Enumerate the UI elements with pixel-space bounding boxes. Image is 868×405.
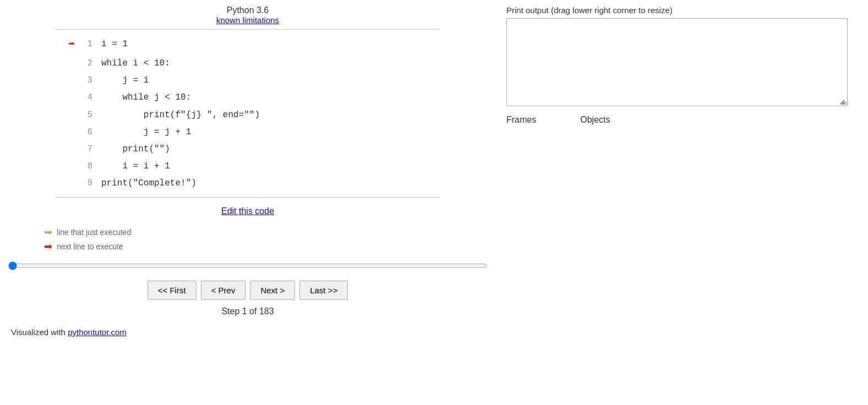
line-num-4: 4 (77, 90, 92, 105)
visualized-with: Visualized with pythontutor.com (11, 327, 127, 337)
legend-green-label: line that just executed (57, 228, 131, 237)
frames-label: Frames (506, 115, 536, 125)
code-container: ➡ 1 i = 1 2 while i < 10: 3 j = i 4 (55, 29, 440, 198)
line-num-7: 7 (77, 142, 92, 157)
line-num-6: 6 (77, 125, 92, 140)
green-arrow-legend-icon: ➡ (44, 226, 52, 238)
next-button[interactable]: Next > (250, 281, 295, 300)
arrow-col-1: ➡ (55, 35, 75, 54)
step-info: Step 1 of 183 (221, 307, 274, 316)
line-num-1: 1 (77, 37, 92, 52)
red-arrow-icon: ➡ (68, 35, 75, 54)
left-panel: Python 3.6 known limitations ➡ 1 i = 1 2… (0, 0, 495, 405)
line-num-2: 2 (77, 56, 92, 71)
legend-red-label: next line to execute (57, 242, 123, 251)
main-layout: Python 3.6 known limitations ➡ 1 i = 1 2… (0, 0, 868, 405)
code-line-4: 4 while j < 10: (55, 89, 440, 106)
step-slider-container (8, 261, 487, 272)
print-output-box: ◢ (506, 18, 848, 106)
first-button[interactable]: << First (148, 281, 196, 300)
resize-handle-icon[interactable]: ◢ (839, 98, 846, 105)
code-text-7: print("") (101, 142, 170, 157)
line-num-8: 8 (77, 159, 92, 174)
code-text-1: i = 1 (101, 37, 128, 52)
right-panel: Print output (drag lower right corner to… (495, 0, 868, 405)
code-text-4: while j < 10: (101, 90, 191, 105)
line-num-5: 5 (77, 108, 92, 123)
nav-buttons: << First < Prev Next > Last >> (148, 281, 348, 300)
code-line-8: 8 i = i + 1 (55, 158, 440, 175)
print-output-label: Print output (drag lower right corner to… (506, 6, 857, 15)
code-text-9: print("Complete!") (101, 176, 196, 191)
line-num-9: 9 (77, 176, 92, 191)
code-line-5: 5 print(f"{j} ", end="") (55, 107, 440, 124)
prev-button[interactable]: < Prev (201, 281, 246, 300)
code-line-1: ➡ 1 i = 1 (55, 34, 440, 55)
red-arrow-legend-icon: ➡ (44, 240, 52, 253)
code-line-3: 3 j = i (55, 72, 440, 89)
line-num-3: 3 (77, 73, 92, 88)
code-line-6: 6 j = j + 1 (55, 124, 440, 141)
legend: ➡ line that just executed ➡ next line to… (44, 226, 131, 255)
last-button[interactable]: Last >> (299, 281, 348, 300)
code-text-3: j = i (101, 73, 149, 88)
code-text-6: j = j + 1 (101, 125, 191, 140)
frames-objects-section: Frames Objects (506, 115, 857, 125)
code-line-9: 9 print("Complete!") (55, 175, 440, 192)
code-line-2: 2 while i < 10: (55, 55, 440, 72)
code-text-8: i = i + 1 (101, 159, 170, 174)
legend-red: ➡ next line to execute (44, 240, 131, 253)
edit-code-link[interactable]: Edit this code (221, 206, 274, 216)
step-slider[interactable] (8, 261, 487, 270)
objects-label: Objects (580, 115, 610, 125)
legend-green: ➡ line that just executed (44, 226, 131, 238)
code-text-2: while i < 10: (101, 56, 170, 71)
code-header: Python 3.6 known limitations (216, 6, 279, 25)
known-limitations-link[interactable]: known limitations (216, 15, 279, 25)
python-version-title: Python 3.6 (216, 6, 279, 15)
visualized-text: Visualized with (11, 327, 68, 337)
code-line-7: 7 print("") (55, 141, 440, 158)
code-text-5: print(f"{j} ", end="") (101, 108, 260, 123)
pythontutor-link[interactable]: pythontutor.com (68, 327, 127, 337)
